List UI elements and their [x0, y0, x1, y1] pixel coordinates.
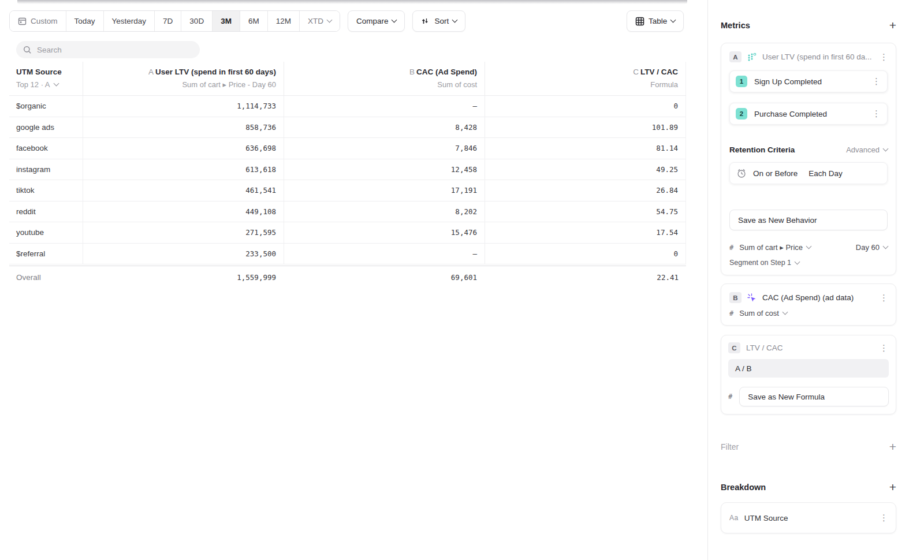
segment-dropdown[interactable]: Segment on Step 1 [729, 259, 799, 267]
cell-c: 54.75 [485, 201, 686, 222]
column-letter: C [633, 68, 639, 76]
view-selector-table[interactable]: Table [627, 10, 684, 32]
range-12m[interactable]: 12M [268, 11, 300, 31]
add-metric-icon[interactable]: + [889, 21, 896, 30]
kebab-menu-icon[interactable]: ⋮ [878, 343, 890, 353]
cell-b: 8,202 [284, 201, 485, 222]
date-range-group: Custom Today Yesterday 7D 30D 3M 6M 12M … [9, 10, 340, 32]
retention-mode-dropdown[interactable]: Advanced [846, 145, 888, 154]
cell-a: 461,541 [83, 180, 284, 201]
metric-a-segment-row: Segment on Step 1 [729, 259, 888, 267]
row-label: reddit [9, 201, 83, 222]
metric-letter-badge: C [728, 342, 740, 353]
table-row[interactable]: tiktok 461,541 17,191 26.84 [9, 180, 686, 201]
row-limit-dropdown[interactable]: Top 12 · A [16, 79, 75, 90]
cell-c: 49.25 [485, 159, 686, 180]
column-letter: B [409, 68, 415, 76]
cell-c: 81.14 [485, 138, 686, 159]
cell-b: 7,846 [284, 138, 485, 159]
breakdown-card-utm-source[interactable]: Aa UTM Source ⋮ [721, 502, 896, 533]
metric-c-header[interactable]: C LTV / CAC ⋮ [721, 335, 896, 359]
table-row[interactable]: facebook 636,698 7,846 81.14 [9, 138, 686, 159]
top-bar-shadow [17, 0, 687, 4]
funnel-step-1[interactable]: 1 Sign Up Completed ⋮ [729, 70, 888, 92]
step-label: Purchase Completed [754, 110, 863, 118]
search-input[interactable] [37, 46, 193, 54]
column-header-a[interactable]: AUser LTV (spend in first 60 days) Sum o… [83, 62, 284, 95]
overall-c: 22.41 [485, 266, 686, 289]
cell-b: – [284, 96, 485, 117]
kebab-menu-icon[interactable]: ⋮ [878, 513, 890, 523]
metric-b-header[interactable]: B CAC (Ad Spend) (ad data) ⋮ [721, 284, 896, 309]
cell-a: 449,108 [83, 201, 284, 222]
chevron-down-icon [670, 17, 676, 23]
window-dropdown[interactable]: Day 60 [856, 243, 888, 252]
chevron-down-icon [806, 244, 812, 249]
breakdown-table: UTM Source Top 12 · A AUser LTV (spend i… [9, 62, 686, 289]
table-row[interactable]: instagram 613,618 12,458 49.25 [9, 159, 686, 181]
add-filter-icon[interactable]: + [889, 442, 896, 451]
retention-criteria-title: Retention Criteria [729, 145, 795, 154]
metric-card-c: C LTV / CAC ⋮ A / B # Save as New Formul… [721, 335, 896, 415]
table-row[interactable]: $referral 233,500 – 0 [9, 244, 686, 265]
number-type-icon: # [729, 244, 733, 252]
kebab-menu-icon[interactable]: ⋮ [870, 109, 882, 119]
table-row[interactable]: youtube 271,595 15,476 17.54 [9, 222, 686, 244]
column-header-b[interactable]: BCAC (Ad Spend) Sum of cost [284, 62, 485, 95]
column-subtitle: Sum of cart ▸ Price - Day 60 [90, 79, 276, 90]
calendar-icon [18, 17, 27, 25]
cell-b: 17,191 [284, 180, 485, 201]
kebab-menu-icon[interactable]: ⋮ [878, 52, 890, 62]
breakdown-section-header: Breakdown + [721, 483, 896, 492]
kebab-menu-icon[interactable]: ⋮ [870, 76, 882, 87]
cell-a: 858,736 [83, 117, 284, 138]
filter-section-header: Filter + [721, 442, 896, 451]
range-xtd[interactable]: XTD [300, 11, 340, 31]
range-3m-selected[interactable]: 3M [213, 11, 240, 31]
overall-label: Overall [9, 266, 83, 289]
range-today[interactable]: Today [66, 11, 104, 31]
sort-button[interactable]: Sort [412, 10, 465, 32]
retention-unit[interactable]: Each Day [808, 169, 843, 178]
table-row[interactable]: reddit 449,108 8,202 54.75 [9, 201, 686, 223]
range-custom[interactable]: Custom [10, 11, 66, 31]
range-6m[interactable]: 6M [240, 11, 268, 31]
formula-input[interactable]: A / B [728, 359, 889, 378]
aggregation-dropdown[interactable]: Sum of cost [739, 309, 787, 318]
metric-card-b: B CAC (Ad Spend) (ad data) ⋮ # Sum of co… [721, 283, 896, 326]
step-number-badge: 1 [736, 76, 747, 87]
cell-c: 0 [485, 96, 686, 117]
cell-b: 12,458 [284, 159, 485, 180]
chevron-down-icon [53, 81, 59, 87]
chevron-down-icon [392, 17, 397, 23]
row-label: google ads [9, 117, 83, 138]
column-subtitle: Sum of cost [291, 79, 477, 90]
alarm-clock-icon [736, 168, 747, 178]
metrics-title: Metrics [721, 21, 750, 30]
save-as-new-formula-button[interactable]: Save as New Formula [739, 387, 889, 406]
range-yesterday[interactable]: Yesterday [104, 11, 155, 31]
range-30d[interactable]: 30D [181, 11, 213, 31]
kebab-menu-icon[interactable]: ⋮ [878, 293, 890, 303]
aggregation-dropdown[interactable]: Sum of cart ▸ Price [739, 243, 811, 252]
column-header-c[interactable]: CLTV / CAC Formula [485, 62, 686, 95]
retention-condition[interactable]: On or Before [753, 169, 798, 178]
column-letter: A [148, 68, 154, 76]
row-label: $referral [9, 244, 83, 264]
retention-rule[interactable]: On or Before Each Day [729, 162, 888, 184]
funnel-step-2[interactable]: 2 Purchase Completed ⋮ [729, 103, 888, 125]
save-as-new-behavior-button[interactable]: Save as New Behavior [729, 210, 888, 230]
cell-a: 613,618 [83, 159, 284, 180]
metric-a-header[interactable]: A User LTV (spend in first 60 da... ⋮ [721, 43, 896, 70]
cell-a: 636,698 [83, 138, 284, 159]
metrics-section-header: Metrics + [721, 0, 896, 30]
table-row[interactable]: google ads 858,736 8,428 101.89 [9, 117, 686, 139]
table-row[interactable]: $organic 1,114,733 – 0 [9, 96, 686, 117]
compare-button[interactable]: Compare [348, 10, 405, 32]
range-7d[interactable]: 7D [155, 11, 181, 31]
add-breakdown-icon[interactable]: + [889, 483, 896, 492]
cell-a: 1,114,733 [83, 96, 284, 117]
chevron-down-icon [452, 17, 458, 23]
column-title: UTM Source [16, 66, 75, 78]
cell-a: 271,595 [83, 222, 284, 243]
